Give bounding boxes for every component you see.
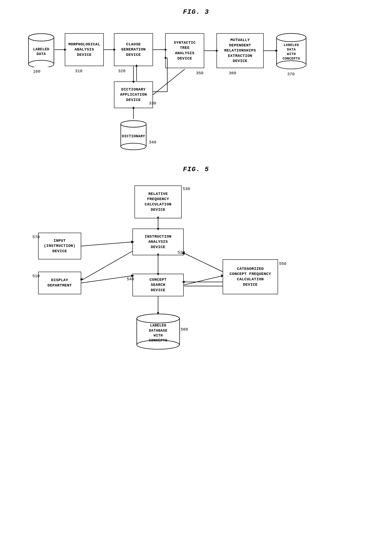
- labeled-db-node: LABELEDDATABASEWITHCONCEPTS: [136, 313, 180, 350]
- svg-point-3: [28, 34, 54, 41]
- syntactic-tree-node: SYNTACTICTREEANALYSISDEVICE: [165, 33, 204, 68]
- ref-550: 550: [279, 261, 286, 266]
- svg-line-40: [81, 242, 132, 246]
- fig3-title: FIG. 3: [12, 8, 380, 16]
- ref-320: 320: [118, 69, 126, 73]
- ref-330-dict: 330: [149, 101, 156, 106]
- ref-530: 530: [183, 186, 190, 191]
- instruction-analysis-node: INSTRUCTIONANALYSISDEVICE: [132, 228, 184, 255]
- svg-point-2: [28, 60, 54, 67]
- svg-line-51: [184, 253, 223, 272]
- input-device-node: INPUT(INSTRUCTION)DEVICE: [38, 233, 81, 259]
- dict-app-node: DICTIONARYAPPLICATIONDEVICE: [114, 81, 153, 108]
- categorized-concept-node: CATEGORIZEDCONCEPT FREQUENCYCALCULATIOND…: [223, 259, 278, 294]
- dictionary-node: DICTIONARY: [120, 119, 147, 150]
- ref-310: 310: [75, 69, 82, 73]
- labeled-data-node: LABELEDDATA: [28, 32, 55, 67]
- ref-370: 370: [287, 72, 295, 76]
- display-dept-node: DISPLAYDEPARTMENT: [38, 272, 81, 294]
- ref-510: 510: [33, 274, 40, 278]
- ref-560: 560: [181, 327, 188, 332]
- ref-540: 540: [127, 277, 134, 281]
- svg-line-42: [81, 276, 132, 283]
- morphological-node: MORPHOLOGICALANALYSISDEVICE: [65, 33, 104, 66]
- svg-point-11: [277, 33, 306, 42]
- svg-line-56: [184, 276, 222, 285]
- ref-360: 360: [229, 71, 236, 76]
- ref-350: 350: [196, 71, 203, 76]
- ref-570: 570: [33, 235, 40, 239]
- clause-gen-node: CLAUSEGENERATIONDEVICE: [114, 33, 153, 66]
- svg-point-7: [121, 121, 146, 127]
- relative-freq-node: RELATIVEFREQUENCYCALCULATIONDEVICE: [135, 185, 182, 218]
- svg-line-44: [82, 251, 132, 280]
- labeled-data-concepts-node: LABELEDDATAWITHCONCEPTS: [276, 32, 307, 69]
- ref-520: 520: [177, 250, 185, 255]
- concept-search-node: CONCEPTSEARCHDEVICE: [132, 274, 184, 296]
- svg-point-36: [137, 314, 179, 323]
- mutually-dep-node: MUTUALLYDEPENDENTRELATIONSHIPSEXTRACTION…: [216, 33, 264, 68]
- ref-340: 340: [149, 140, 156, 145]
- svg-point-6: [121, 143, 146, 150]
- ref-160: 160: [33, 69, 40, 74]
- fig5-title: FIG. 5: [12, 166, 380, 173]
- svg-line-20: [153, 69, 185, 95]
- svg-point-10: [277, 61, 306, 69]
